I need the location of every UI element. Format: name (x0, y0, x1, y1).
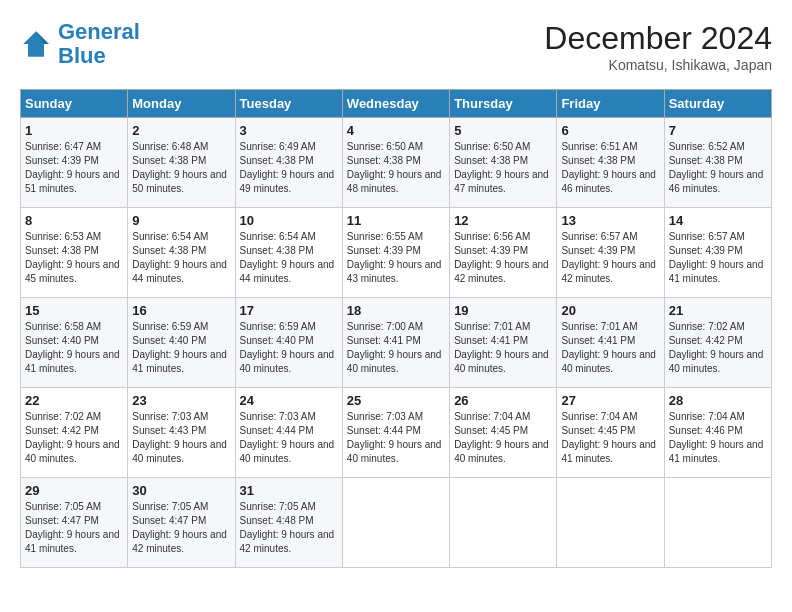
header: General Blue December 2024 Komatsu, Ishi… (20, 20, 772, 73)
day-header-thursday: Thursday (450, 90, 557, 118)
logo: General Blue (20, 20, 140, 68)
week-row-4: 22 Sunrise: 7:02 AMSunset: 4:42 PMDaylig… (21, 388, 772, 478)
calendar-cell: 18 Sunrise: 7:00 AMSunset: 4:41 PMDaylig… (342, 298, 449, 388)
cell-info: Sunrise: 6:57 AMSunset: 4:39 PMDaylight:… (561, 231, 656, 284)
calendar-cell: 10 Sunrise: 6:54 AMSunset: 4:38 PMDaylig… (235, 208, 342, 298)
cell-info: Sunrise: 7:04 AMSunset: 4:45 PMDaylight:… (454, 411, 549, 464)
day-number: 27 (561, 393, 659, 408)
calendar-cell: 29 Sunrise: 7:05 AMSunset: 4:47 PMDaylig… (21, 478, 128, 568)
day-number: 1 (25, 123, 123, 138)
calendar-cell: 9 Sunrise: 6:54 AMSunset: 4:38 PMDayligh… (128, 208, 235, 298)
day-number: 15 (25, 303, 123, 318)
cell-info: Sunrise: 6:54 AMSunset: 4:38 PMDaylight:… (240, 231, 335, 284)
cell-info: Sunrise: 6:56 AMSunset: 4:39 PMDaylight:… (454, 231, 549, 284)
calendar-cell (450, 478, 557, 568)
day-number: 11 (347, 213, 445, 228)
header-row: SundayMondayTuesdayWednesdayThursdayFrid… (21, 90, 772, 118)
day-number: 14 (669, 213, 767, 228)
cell-info: Sunrise: 7:03 AMSunset: 4:43 PMDaylight:… (132, 411, 227, 464)
cell-info: Sunrise: 6:49 AMSunset: 4:38 PMDaylight:… (240, 141, 335, 194)
calendar-cell: 15 Sunrise: 6:58 AMSunset: 4:40 PMDaylig… (21, 298, 128, 388)
week-row-2: 8 Sunrise: 6:53 AMSunset: 4:38 PMDayligh… (21, 208, 772, 298)
calendar-cell: 14 Sunrise: 6:57 AMSunset: 4:39 PMDaylig… (664, 208, 771, 298)
cell-info: Sunrise: 6:53 AMSunset: 4:38 PMDaylight:… (25, 231, 120, 284)
cell-info: Sunrise: 7:02 AMSunset: 4:42 PMDaylight:… (25, 411, 120, 464)
day-number: 20 (561, 303, 659, 318)
calendar-cell: 21 Sunrise: 7:02 AMSunset: 4:42 PMDaylig… (664, 298, 771, 388)
day-number: 17 (240, 303, 338, 318)
cell-info: Sunrise: 6:57 AMSunset: 4:39 PMDaylight:… (669, 231, 764, 284)
logo-text: General Blue (58, 20, 140, 68)
cell-info: Sunrise: 7:05 AMSunset: 4:47 PMDaylight:… (25, 501, 120, 554)
calendar-cell: 31 Sunrise: 7:05 AMSunset: 4:48 PMDaylig… (235, 478, 342, 568)
day-number: 8 (25, 213, 123, 228)
cell-info: Sunrise: 6:48 AMSunset: 4:38 PMDaylight:… (132, 141, 227, 194)
cell-info: Sunrise: 6:55 AMSunset: 4:39 PMDaylight:… (347, 231, 442, 284)
day-number: 7 (669, 123, 767, 138)
cell-info: Sunrise: 6:51 AMSunset: 4:38 PMDaylight:… (561, 141, 656, 194)
day-header-monday: Monday (128, 90, 235, 118)
calendar-cell: 5 Sunrise: 6:50 AMSunset: 4:38 PMDayligh… (450, 118, 557, 208)
day-number: 28 (669, 393, 767, 408)
day-header-wednesday: Wednesday (342, 90, 449, 118)
day-number: 18 (347, 303, 445, 318)
cell-info: Sunrise: 6:47 AMSunset: 4:39 PMDaylight:… (25, 141, 120, 194)
calendar-cell: 12 Sunrise: 6:56 AMSunset: 4:39 PMDaylig… (450, 208, 557, 298)
cell-info: Sunrise: 7:01 AMSunset: 4:41 PMDaylight:… (454, 321, 549, 374)
day-number: 25 (347, 393, 445, 408)
day-header-tuesday: Tuesday (235, 90, 342, 118)
day-header-sunday: Sunday (21, 90, 128, 118)
day-number: 2 (132, 123, 230, 138)
cell-info: Sunrise: 6:54 AMSunset: 4:38 PMDaylight:… (132, 231, 227, 284)
day-header-saturday: Saturday (664, 90, 771, 118)
day-number: 10 (240, 213, 338, 228)
calendar-cell: 28 Sunrise: 7:04 AMSunset: 4:46 PMDaylig… (664, 388, 771, 478)
calendar-cell: 13 Sunrise: 6:57 AMSunset: 4:39 PMDaylig… (557, 208, 664, 298)
week-row-3: 15 Sunrise: 6:58 AMSunset: 4:40 PMDaylig… (21, 298, 772, 388)
calendar-cell: 4 Sunrise: 6:50 AMSunset: 4:38 PMDayligh… (342, 118, 449, 208)
day-number: 29 (25, 483, 123, 498)
calendar-cell (664, 478, 771, 568)
day-number: 21 (669, 303, 767, 318)
day-number: 19 (454, 303, 552, 318)
calendar-cell: 6 Sunrise: 6:51 AMSunset: 4:38 PMDayligh… (557, 118, 664, 208)
calendar-cell: 8 Sunrise: 6:53 AMSunset: 4:38 PMDayligh… (21, 208, 128, 298)
cell-info: Sunrise: 7:03 AMSunset: 4:44 PMDaylight:… (240, 411, 335, 464)
day-number: 4 (347, 123, 445, 138)
cell-info: Sunrise: 7:03 AMSunset: 4:44 PMDaylight:… (347, 411, 442, 464)
cell-info: Sunrise: 6:52 AMSunset: 4:38 PMDaylight:… (669, 141, 764, 194)
cell-info: Sunrise: 6:59 AMSunset: 4:40 PMDaylight:… (132, 321, 227, 374)
calendar-cell: 11 Sunrise: 6:55 AMSunset: 4:39 PMDaylig… (342, 208, 449, 298)
calendar-cell: 7 Sunrise: 6:52 AMSunset: 4:38 PMDayligh… (664, 118, 771, 208)
day-number: 5 (454, 123, 552, 138)
cell-info: Sunrise: 7:00 AMSunset: 4:41 PMDaylight:… (347, 321, 442, 374)
cell-info: Sunrise: 6:50 AMSunset: 4:38 PMDaylight:… (454, 141, 549, 194)
title-area: December 2024 Komatsu, Ishikawa, Japan (544, 20, 772, 73)
day-number: 9 (132, 213, 230, 228)
calendar-cell: 30 Sunrise: 7:05 AMSunset: 4:47 PMDaylig… (128, 478, 235, 568)
calendar-cell: 22 Sunrise: 7:02 AMSunset: 4:42 PMDaylig… (21, 388, 128, 478)
cell-info: Sunrise: 7:04 AMSunset: 4:45 PMDaylight:… (561, 411, 656, 464)
cell-info: Sunrise: 7:02 AMSunset: 4:42 PMDaylight:… (669, 321, 764, 374)
cell-info: Sunrise: 7:04 AMSunset: 4:46 PMDaylight:… (669, 411, 764, 464)
day-number: 3 (240, 123, 338, 138)
calendar-cell: 3 Sunrise: 6:49 AMSunset: 4:38 PMDayligh… (235, 118, 342, 208)
calendar-cell: 1 Sunrise: 6:47 AMSunset: 4:39 PMDayligh… (21, 118, 128, 208)
cell-info: Sunrise: 6:58 AMSunset: 4:40 PMDaylight:… (25, 321, 120, 374)
calendar-table: SundayMondayTuesdayWednesdayThursdayFrid… (20, 89, 772, 568)
calendar-cell: 27 Sunrise: 7:04 AMSunset: 4:45 PMDaylig… (557, 388, 664, 478)
calendar-cell: 2 Sunrise: 6:48 AMSunset: 4:38 PMDayligh… (128, 118, 235, 208)
week-row-1: 1 Sunrise: 6:47 AMSunset: 4:39 PMDayligh… (21, 118, 772, 208)
calendar-cell: 20 Sunrise: 7:01 AMSunset: 4:41 PMDaylig… (557, 298, 664, 388)
cell-info: Sunrise: 7:05 AMSunset: 4:47 PMDaylight:… (132, 501, 227, 554)
day-number: 16 (132, 303, 230, 318)
day-header-friday: Friday (557, 90, 664, 118)
day-number: 6 (561, 123, 659, 138)
day-number: 30 (132, 483, 230, 498)
day-number: 31 (240, 483, 338, 498)
calendar-cell: 26 Sunrise: 7:04 AMSunset: 4:45 PMDaylig… (450, 388, 557, 478)
cell-info: Sunrise: 7:05 AMSunset: 4:48 PMDaylight:… (240, 501, 335, 554)
calendar-cell (342, 478, 449, 568)
calendar-cell: 23 Sunrise: 7:03 AMSunset: 4:43 PMDaylig… (128, 388, 235, 478)
main-title: December 2024 (544, 20, 772, 57)
